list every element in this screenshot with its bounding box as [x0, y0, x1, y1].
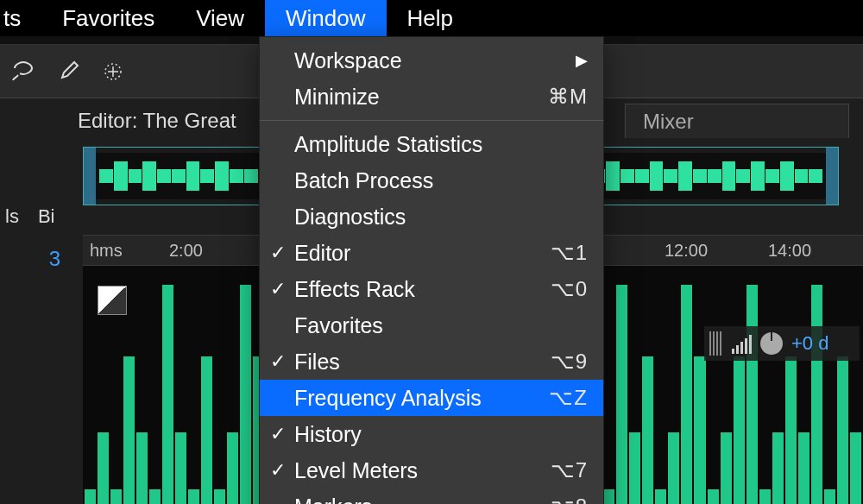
tab-mixer[interactable]: Mixer: [625, 104, 849, 138]
lasso-tool-icon[interactable]: [9, 57, 38, 86]
menu-item-frequency-analysis[interactable]: ✓ Frequency Analysis ⌥Z: [260, 380, 603, 416]
menu-shortcut: ⌥8: [551, 495, 588, 504]
sidebar-count: 3: [0, 231, 69, 271]
check-icon: ✓: [268, 350, 287, 373]
menu-shortcut: ⌥1: [551, 241, 588, 265]
heal-tool-icon[interactable]: [98, 57, 128, 86]
menu-edits-trunc[interactable]: ts: [0, 0, 41, 37]
menu-item-label: Amplitude Statistics: [294, 132, 588, 157]
menu-view[interactable]: View: [175, 0, 265, 37]
volume-bars-icon: [732, 333, 752, 354]
sidebar-tab-bi[interactable]: Bi: [33, 202, 60, 231]
pan-knob[interactable]: [760, 332, 783, 355]
menu-item-label: Files: [294, 350, 544, 375]
level-pan-widget[interactable]: +0 d: [704, 326, 860, 361]
menu-item-diagnostics[interactable]: ✓ Diagnostics: [260, 198, 603, 235]
menu-item-level-meters[interactable]: ✓ Level Meters ⌥7: [260, 452, 603, 488]
check-icon: ✓: [268, 423, 287, 445]
menu-item-amplitude-statistics[interactable]: ✓ Amplitude Statistics: [260, 126, 603, 162]
meter-icon: [709, 331, 723, 356]
menu-shortcut: ⌥0: [551, 277, 588, 301]
left-sidebar: ls Bi 3: [0, 202, 69, 271]
ruler-unit-hms: hms: [83, 241, 169, 261]
menu-help[interactable]: Help: [387, 0, 474, 37]
brush-tool-icon[interactable]: [54, 57, 83, 86]
menu-item-label: History: [294, 422, 588, 447]
menu-item-favorites[interactable]: ✓ Favorites: [260, 307, 603, 343]
menu-item-batch-process[interactable]: ✓ Batch Process: [260, 162, 603, 198]
menu-item-label: Batch Process: [294, 168, 588, 193]
menu-item-label: Level Meters: [294, 458, 544, 483]
menu-shortcut: ⌥9: [551, 350, 588, 374]
ruler-tick-12: 12:00: [665, 241, 768, 261]
menu-item-label: Frequency Analysis: [294, 386, 542, 411]
check-icon: ✓: [268, 242, 287, 264]
editor-panel-title: Editor: The Great: [78, 109, 236, 133]
menu-item-workspace[interactable]: ✓ Workspace ▶: [260, 42, 603, 79]
overview-handle-left[interactable]: [84, 148, 96, 205]
menu-item-label: Favorites: [294, 313, 588, 338]
db-readout: +0 d: [791, 332, 828, 355]
menu-item-files[interactable]: ✓ Files ⌥9: [260, 343, 603, 380]
menu-item-label: Minimize: [294, 85, 541, 110]
window-menu-dropdown: ✓ Workspace ▶ ✓ Minimize ⌘M ✓ Amplitude …: [259, 36, 604, 504]
menu-item-label: Effects Rack: [294, 277, 544, 302]
menu-separator: [260, 120, 603, 121]
menu-item-markers[interactable]: ✓ Markers ⌥8: [260, 488, 603, 504]
menu-item-label: Diagnostics: [294, 205, 588, 230]
menu-item-label: Markers: [294, 495, 544, 505]
menu-window[interactable]: Window: [265, 0, 386, 37]
menu-shortcut: ⌘M: [548, 85, 588, 109]
menu-item-effects-rack[interactable]: ✓ Effects Rack ⌥0: [260, 271, 603, 307]
menu-shortcut: ⌥7: [551, 458, 588, 482]
submenu-arrow-icon: ▶: [576, 51, 588, 70]
menubar: ts Favorites View Window Help: [0, 0, 863, 36]
menu-item-minimize[interactable]: ✓ Minimize ⌘M: [260, 79, 603, 115]
menu-shortcut: ⌥Z: [549, 386, 588, 410]
menu-item-label: Editor: [294, 241, 544, 266]
ruler-tick-14: 14:00: [768, 241, 863, 261]
menu-item-label: Workspace: [294, 48, 569, 73]
sidebar-tab-left-trunc[interactable]: ls: [0, 202, 24, 231]
check-icon: ✓: [268, 278, 287, 300]
overview-handle-right[interactable]: [826, 148, 838, 205]
check-icon: ✓: [268, 459, 287, 482]
menu-item-editor[interactable]: ✓ Editor ⌥1: [260, 235, 603, 271]
menu-item-history[interactable]: ✓ History: [260, 416, 603, 452]
menu-favorites[interactable]: Favorites: [41, 0, 175, 37]
